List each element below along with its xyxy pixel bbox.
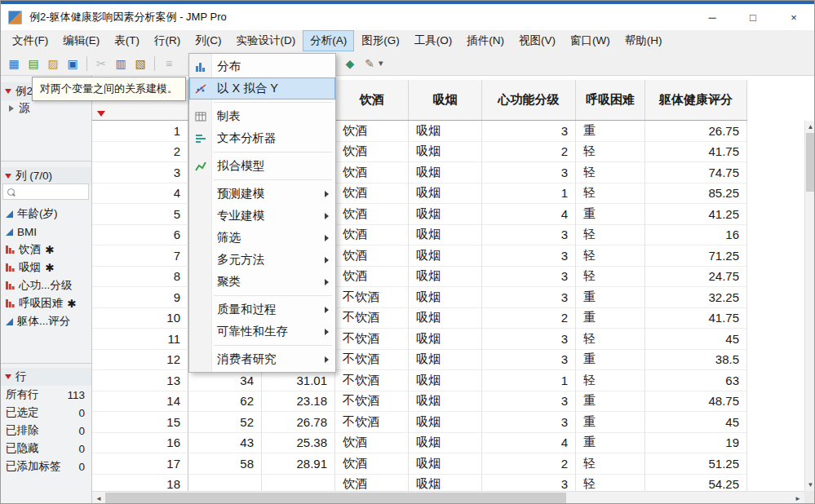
column-list-item-physical-score[interactable]: 躯体...评分 [1,312,91,330]
dyspnea-cell[interactable]: 轻 [576,162,645,183]
dyspnea-cell[interactable]: 重 [576,121,645,142]
dyspnea-cell[interactable]: 轻 [576,475,645,492]
cardiac-grade-cell[interactable]: 3 [482,121,576,142]
dyspnea-cell[interactable]: 重 [576,287,645,308]
drinking-cell[interactable]: 饮酒 [335,162,409,183]
drinking-cell[interactable]: 饮酒 [335,267,409,288]
row-number[interactable]: 12 [92,350,188,371]
menubar-item-7[interactable]: 分析(A) [303,30,354,51]
smoking-cell[interactable]: 吸烟 [409,183,482,205]
dyspnea-cell[interactable]: 轻 [576,370,645,391]
row-number[interactable]: 15 [92,412,188,433]
cardiac-grade-cell[interactable]: 1 [482,370,576,391]
drinking-cell[interactable]: 饮酒 [335,204,409,225]
physical-score-cell[interactable]: 41.75 [645,308,747,329]
row-number[interactable]: 13 [92,370,188,391]
cardiac-grade-cell[interactable]: 3 [482,267,576,288]
column-list-item-drinking[interactable]: 饮酒✱ [1,241,91,259]
dyspnea-cell[interactable]: 轻 [576,225,645,246]
cardiac-grade-cell[interactable]: 3 [482,162,576,183]
age-cell[interactable]: 52 [188,412,262,433]
dyspnea-cell[interactable]: 轻 [576,267,645,288]
smoking-cell[interactable]: 吸烟 [409,225,482,246]
smoking-cell[interactable]: 吸烟 [409,350,482,371]
dyspnea-cell[interactable]: 重 [576,308,645,329]
smoking-cell[interactable]: 吸烟 [409,267,482,288]
age-cell[interactable]: 58 [188,453,262,475]
drinking-cell[interactable]: 不饮酒 [335,370,409,391]
menubar-item-2[interactable]: 编辑(E) [55,30,107,51]
drinking-cell[interactable]: 饮酒 [335,453,409,475]
physical-score-cell[interactable]: 48.75 [645,391,747,413]
menu-item-predictive-modeling[interactable]: 预测建模 [189,183,335,205]
dyspnea-cell[interactable]: 重 [576,391,645,413]
row-number[interactable]: 1 [92,121,188,142]
dyspnea-cell[interactable]: 重 [576,350,645,371]
physical-score-cell[interactable]: 85.25 [645,183,747,205]
smoking-cell[interactable]: 吸烟 [409,391,482,413]
bmi-cell[interactable]: 31.01 [262,370,335,391]
vertical-scrollbar[interactable]: ▲ ▼ [804,121,815,491]
drinking-cell[interactable]: 不饮酒 [335,412,409,433]
drinking-cell[interactable]: 饮酒 [335,142,409,163]
column-header-smoking[interactable]: 吸烟 [409,80,482,120]
column-header-drinking[interactable]: 饮酒 [335,80,409,120]
red-triangle-icon[interactable] [5,174,11,179]
columns-search-input[interactable] [2,183,89,200]
menubar-item-11[interactable]: 视图(V) [512,30,563,51]
column-header-physical-score[interactable]: 躯体健康评分 [645,80,747,120]
bmi-cell[interactable]: 28.91 [262,453,335,475]
smoking-cell[interactable]: 吸烟 [409,475,482,492]
cardiac-grade-cell[interactable]: 3 [482,391,576,413]
horizontal-scrollbar-thumb[interactable] [105,493,566,504]
red-triangle-icon[interactable] [5,374,11,379]
dyspnea-cell[interactable]: 轻 [576,329,645,350]
menu-item-multivariate-methods[interactable]: 多元方法 [189,249,335,271]
minimize-button[interactable]: ─ [692,4,733,30]
column-header-cardiac-grade[interactable]: 心功能分级 [482,80,576,120]
drinking-cell[interactable]: 饮酒 [335,245,409,267]
column-list-item-smoking[interactable]: 吸烟✱ [1,259,91,276]
menu-item-consumer-research[interactable]: 消费者研究 [189,348,335,370]
menu-item-reliability-and-survival[interactable]: 可靠性和生存 [189,321,335,343]
scroll-up-arrow-icon[interactable]: ▲ [805,121,815,133]
smoking-cell[interactable]: 吸烟 [409,162,482,183]
open-icon[interactable] [44,55,62,73]
age-cell[interactable]: 34 [188,370,262,391]
menubar-item-8[interactable]: 图形(G) [354,30,407,51]
dyspnea-cell[interactable]: 重 [576,204,645,225]
graph-builder-icon[interactable] [341,55,359,73]
menubar-item-9[interactable]: 工具(O) [407,30,460,51]
menu-item-fit-model[interactable]: 拟合模型 [189,155,335,177]
physical-score-cell[interactable]: 45 [645,329,747,350]
script-window-icon[interactable] [160,55,178,73]
physical-score-cell[interactable]: 63 [645,370,747,391]
row-number[interactable]: 7 [92,245,188,267]
draw-tool-icon[interactable] [361,55,379,73]
cardiac-grade-cell[interactable]: 3 [482,350,576,371]
cardiac-grade-cell[interactable]: 4 [482,204,576,225]
smoking-cell[interactable]: 吸烟 [409,433,482,454]
physical-score-cell[interactable]: 38.5 [645,350,747,371]
dyspnea-cell[interactable]: 轻 [576,183,645,205]
smoking-cell[interactable]: 吸烟 [409,412,482,433]
row-number[interactable]: 5 [92,204,188,225]
menu-item-clustering[interactable]: 聚类 [189,271,335,293]
dyspnea-cell[interactable]: 轻 [576,142,645,163]
age-cell[interactable]: 43 [188,433,262,454]
drinking-cell[interactable]: 饮酒 [335,225,409,246]
menubar-item-1[interactable]: 文件(F) [5,30,55,51]
menubar-item-6[interactable]: 实验设计(D) [229,30,303,51]
cardiac-grade-cell[interactable]: 2 [482,308,576,329]
menubar-item-10[interactable]: 插件(N) [459,30,512,51]
save-icon[interactable] [64,55,82,73]
row-number[interactable]: 11 [92,329,188,350]
bmi-cell[interactable]: 23.18 [262,391,335,413]
drinking-cell[interactable]: 饮酒 [335,121,409,142]
menu-item-fit-y-by-x[interactable]: 以 X 拟合 Y [189,77,335,99]
smoking-cell[interactable]: 吸烟 [409,287,482,308]
red-triangle-icon[interactable] [5,89,11,94]
menubar-item-12[interactable]: 窗口(W) [563,30,618,51]
maximize-button[interactable]: □ [733,4,773,30]
smoking-cell[interactable]: 吸烟 [409,121,482,142]
